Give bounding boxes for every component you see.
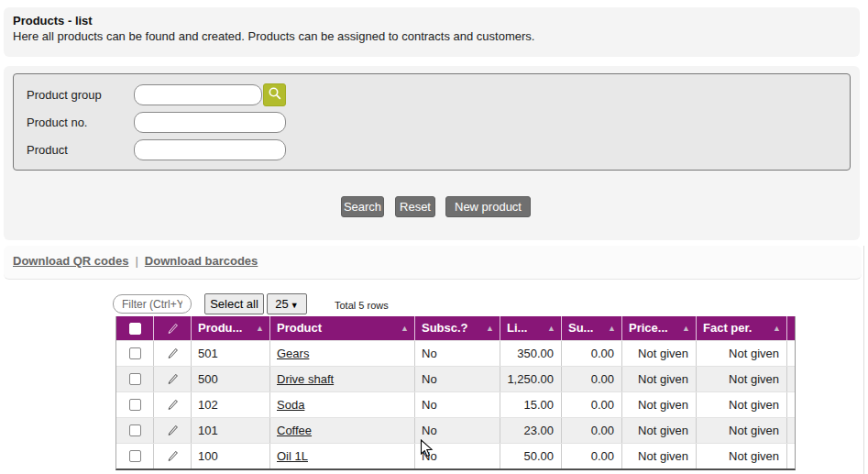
product-group-lookup-button[interactable] (263, 83, 286, 106)
page-size-dropdown[interactable]: 25▼ (267, 293, 307, 314)
products-list-page: Products - list Here all products can be… (0, 0, 868, 474)
sort-asc-icon[interactable]: ▲ (608, 316, 616, 340)
cell-su: 0.00 (561, 418, 621, 443)
cell-fact-per: Not given (696, 418, 786, 443)
content-right-border (863, 246, 864, 474)
total-rows-label: Total 5 rows (335, 300, 389, 311)
sort-asc-icon[interactable]: ▲ (401, 316, 409, 340)
search-panel: Product group Product no. Product (4, 66, 860, 240)
cell-list-price: 350.00 (500, 341, 561, 366)
sort-asc-icon[interactable]: ▲ (682, 316, 690, 340)
table-row: 100 Oil 1L No 50.00 0.00 Not given Not g… (116, 443, 795, 468)
search-button[interactable]: Search (341, 196, 384, 217)
cell-subscription: No (414, 367, 500, 391)
cell-list-price: 23.00 (500, 418, 561, 443)
column-header-fact-per[interactable]: Fact per.▲ (696, 316, 786, 340)
cell-product-no: 101 (191, 418, 269, 443)
product-label: Product (27, 139, 68, 161)
sort-asc-icon[interactable]: ▲ (256, 316, 264, 340)
search-fieldset: Product group Product no. Product (13, 73, 851, 171)
download-barcodes-link[interactable]: Download barcodes (145, 254, 258, 268)
cell-price: Not given (621, 367, 696, 391)
edit-pencil-icon[interactable] (154, 418, 191, 443)
cell-list-price: 50.00 (500, 444, 561, 468)
cell-price: Not given (621, 392, 696, 417)
cell-list-price: 1,250.00 (500, 367, 561, 391)
row-checkbox[interactable] (129, 450, 141, 462)
cell-fact-per: Not given (696, 392, 786, 417)
table-row: 101 Coffee No 23.00 0.00 Not given Not g… (116, 417, 795, 443)
edit-pencil-icon[interactable] (154, 367, 191, 391)
sort-asc-icon[interactable]: ▲ (547, 316, 555, 340)
row-checkbox[interactable] (129, 373, 141, 385)
edit-pencil-icon[interactable] (154, 444, 191, 468)
product-no-label: Product no. (27, 112, 88, 134)
page-description: Here all products can be found and creat… (13, 29, 534, 43)
product-group-row: Product group (14, 84, 850, 106)
cell-su: 0.00 (561, 341, 621, 366)
cell-su: 0.00 (561, 367, 621, 391)
download-links-panel: Download QR codes|Download barcodes (4, 246, 862, 280)
cell-price: Not given (621, 444, 696, 468)
column-header-product[interactable]: Product▲ (269, 316, 414, 340)
product-row: Product (14, 139, 850, 161)
product-link[interactable]: Drive shaft (277, 372, 334, 386)
reset-button[interactable]: Reset (395, 196, 435, 217)
page-header-panel: Products - list Here all products can be… (4, 7, 860, 57)
cell-subscription: No (414, 444, 500, 468)
row-checkbox[interactable] (129, 399, 141, 411)
page-size-value: 25 (275, 297, 288, 311)
products-table: Produ...▲ Product▲ Subsc.?▲ Li...▲ Su...… (115, 316, 796, 470)
cell-product-no: 102 (191, 392, 269, 417)
cell-product-no: 100 (191, 444, 269, 468)
column-header-subscription[interactable]: Subsc.?▲ (414, 316, 500, 340)
product-link[interactable]: Oil 1L (277, 449, 308, 463)
cell-su: 0.00 (561, 444, 621, 468)
download-qr-codes-link[interactable]: Download QR codes (13, 254, 128, 268)
link-separator: | (135, 254, 137, 268)
sort-asc-icon[interactable]: ▲ (486, 316, 494, 340)
chevron-down-icon: ▼ (291, 301, 299, 310)
column-header-list-price[interactable]: Li...▲ (500, 316, 561, 340)
product-group-label: Product group (27, 84, 102, 106)
filter-input[interactable] (113, 294, 192, 314)
sort-asc-icon[interactable]: ▲ (773, 316, 781, 340)
cell-product-no: 500 (191, 367, 269, 391)
edit-pencil-icon[interactable] (154, 392, 191, 417)
table-row: 102 Soda No 15.00 0.00 Not given Not giv… (116, 391, 795, 417)
product-link[interactable]: Soda (277, 398, 304, 412)
cell-subscription: No (414, 392, 500, 417)
header-edit-cell (153, 316, 191, 340)
new-product-button[interactable]: New product (445, 196, 531, 217)
page-title: Products - list (13, 14, 93, 28)
table-row: 500 Drive shaft No 1,250.00 0.00 Not giv… (116, 366, 795, 391)
product-link[interactable]: Gears (277, 347, 309, 360)
product-input[interactable] (134, 139, 286, 160)
edit-pencil-icon[interactable] (154, 341, 191, 366)
table-row: 501 Gears No 350.00 0.00 Not given Not g… (116, 340, 795, 366)
product-no-row: Product no. (14, 112, 850, 134)
edit-pencil-icon (154, 316, 191, 340)
column-header-product-no[interactable]: Produ...▲ (191, 316, 269, 340)
select-all-checkbox[interactable] (129, 323, 141, 335)
product-link[interactable]: Coffee (277, 424, 312, 437)
cell-list-price: 15.00 (500, 392, 561, 417)
cell-price: Not given (621, 341, 696, 366)
cell-fact-per: Not given (696, 444, 786, 468)
search-icon (268, 86, 282, 104)
cell-su: 0.00 (561, 392, 621, 417)
product-group-input[interactable] (134, 84, 262, 105)
cell-product-no: 501 (191, 341, 269, 366)
cell-subscription: No (414, 418, 500, 443)
column-header-price[interactable]: Price...▲ (621, 316, 696, 340)
row-checkbox[interactable] (129, 424, 141, 436)
cell-fact-per: Not given (696, 367, 786, 391)
table-header-row: Produ...▲ Product▲ Subsc.?▲ Li...▲ Su...… (116, 316, 795, 340)
column-header-su[interactable]: Su...▲ (561, 316, 621, 340)
product-no-input[interactable] (134, 112, 286, 133)
row-checkbox[interactable] (129, 347, 141, 359)
column-header-filler (786, 316, 795, 340)
select-all-button[interactable]: Select all (204, 293, 264, 314)
cell-price: Not given (621, 418, 696, 443)
cell-subscription: No (414, 341, 500, 366)
